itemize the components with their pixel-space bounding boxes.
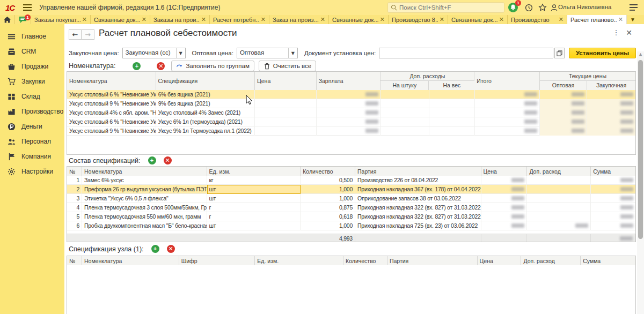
add-row-icon[interactable]: + xyxy=(133,62,141,70)
table-cell[interactable] xyxy=(317,117,381,126)
table-cell[interactable] xyxy=(587,126,635,136)
col-salary[interactable]: Зарплата xyxy=(317,72,381,90)
table-cell[interactable] xyxy=(381,108,429,117)
table-cell[interactable] xyxy=(429,90,475,99)
col-5[interactable]: Количество xyxy=(343,256,387,265)
table-cell[interactable] xyxy=(591,221,635,230)
tab-close-icon[interactable]: ✕ xyxy=(142,16,147,23)
table-cell[interactable] xyxy=(591,212,635,221)
tab-close-icon[interactable]: ✕ xyxy=(618,16,623,23)
add-row-icon[interactable]: + xyxy=(148,156,156,165)
table-cell[interactable]: Пробка двухкомпонентная масл "Б" бело-кр… xyxy=(82,221,207,230)
sidebar-item-продажи[interactable]: Продажи xyxy=(0,59,64,74)
col-7[interactable]: Доп. расход xyxy=(527,167,591,176)
table-cell[interactable]: Уксус столовый 6 % "Невинские Уксусы" ..… xyxy=(67,90,156,99)
tab-close-icon[interactable]: ✕ xyxy=(380,16,385,23)
spec-content-row[interactable]: 2Преформа 26 гр выдутая уксусная (бутылк… xyxy=(67,185,635,194)
table-cell[interactable] xyxy=(255,108,317,117)
price-doc-input[interactable] xyxy=(379,48,553,58)
user-icon[interactable] xyxy=(548,2,559,13)
table-cell[interactable] xyxy=(527,176,591,185)
spec-content-row[interactable]: 4Пленка термоусадочная 3 слоя 500мм/55мк… xyxy=(67,203,635,212)
sidebar-item-производство[interactable]: Производство xyxy=(0,104,64,119)
history-icon[interactable] xyxy=(523,2,534,13)
table-cell[interactable] xyxy=(475,126,540,136)
vertical-scrollbar[interactable]: ▲ xyxy=(637,51,644,314)
table-cell[interactable] xyxy=(317,108,381,117)
col-9[interactable]: Сумма xyxy=(581,256,635,265)
tab-8[interactable]: Связанные док...✕ xyxy=(448,15,508,24)
table-cell[interactable]: Оприходование запасов 38 от 03.06.2022 xyxy=(355,194,481,203)
delete-row-icon[interactable]: ✕ xyxy=(167,245,175,253)
add-row-icon[interactable]: + xyxy=(151,245,159,253)
col-4[interactable]: Ед. изм. xyxy=(255,256,343,265)
col-extra-costs-group[interactable]: Доп. расходы xyxy=(380,72,474,81)
col-4[interactable]: Количество xyxy=(301,167,355,176)
table-cell[interactable] xyxy=(481,176,528,185)
table-cell[interactable]: г xyxy=(207,212,301,221)
table-cell[interactable] xyxy=(591,203,635,212)
table-cell[interactable]: 0,875 xyxy=(301,203,355,212)
tab-10[interactable]: Расчет планово...✕ xyxy=(567,15,627,24)
sidebar-item-настройки[interactable]: Настройки xyxy=(0,164,64,179)
table-cell[interactable] xyxy=(475,108,540,117)
table-cell[interactable]: 4 xyxy=(67,203,82,212)
col-total[interactable]: Итого xyxy=(474,72,540,90)
table-cell[interactable] xyxy=(587,90,635,99)
sidebar-item-персонал[interactable]: Персонал xyxy=(0,134,64,149)
table-cell[interactable] xyxy=(527,194,591,203)
table-cell[interactable] xyxy=(481,212,528,221)
table-cell[interactable] xyxy=(429,126,475,136)
delete-row-icon[interactable]: ✕ xyxy=(157,62,165,70)
table-cell[interactable]: 6% без ящика (2021) xyxy=(156,90,255,99)
table-cell[interactable] xyxy=(540,90,587,99)
table-cell[interactable] xyxy=(381,90,429,99)
table-cell[interactable] xyxy=(255,90,317,99)
tab-close-icon[interactable]: ✕ xyxy=(320,16,325,23)
scroll-up-icon[interactable]: ▲ xyxy=(637,51,644,58)
nomenclature-row[interactable]: Уксус столовый 6 % "Невинские Уксусы" ..… xyxy=(67,90,635,99)
table-cell[interactable] xyxy=(527,221,591,230)
table-cell[interactable]: Уксус столовый 4% Замес (2021) xyxy=(156,108,255,117)
table-cell[interactable]: Пленка термоусадочная 550 мм/60 мкн, гра… xyxy=(82,212,207,221)
table-cell[interactable] xyxy=(540,117,587,126)
table-cell[interactable] xyxy=(587,99,635,108)
table-cell[interactable]: Пленка термоусадочная 3 слоя 500мм/55мкм… xyxy=(82,203,207,212)
table-cell[interactable]: Уксус 6% 1л (термоусадка) (2021) xyxy=(156,117,255,126)
service-menu-icon[interactable] xyxy=(628,2,639,13)
tab-2[interactable]: Связанные док...✕ xyxy=(91,15,150,24)
tab-1[interactable]: Заказы покупат...✕ xyxy=(31,15,91,24)
col-nomenclature[interactable]: Номенклатура xyxy=(67,72,156,90)
col-3[interactable]: Шифр xyxy=(179,256,255,265)
nomenclature-row[interactable]: Уксус столовый 4% с ябл. аром. "Невинск.… xyxy=(67,108,635,117)
tab-close-icon[interactable]: ✕ xyxy=(559,16,564,23)
table-cell[interactable]: 3 xyxy=(67,194,82,203)
table-cell[interactable] xyxy=(591,194,635,203)
table-cell[interactable] xyxy=(481,194,528,203)
tab-close-icon[interactable]: ✕ xyxy=(499,16,504,23)
fill-by-groups-button[interactable]: Заполнить по группам xyxy=(171,61,254,71)
col-specification[interactable]: Спецификация xyxy=(156,72,255,90)
col-6[interactable]: Цена xyxy=(481,167,528,176)
table-cell[interactable]: Производство 226 от 08.04.2022 xyxy=(355,176,481,185)
table-cell[interactable]: шт xyxy=(207,221,301,230)
table-cell[interactable]: Уксус 9% 1л Термоусадка пл.1 (2022) xyxy=(156,126,255,136)
col-5[interactable]: Партия xyxy=(355,167,481,176)
notifications-icon[interactable]: 1 xyxy=(508,2,518,13)
table-cell[interactable] xyxy=(527,212,591,221)
table-cell[interactable]: 0,618 xyxy=(301,212,355,221)
table-cell[interactable]: 0,500 xyxy=(301,176,355,185)
table-cell[interactable] xyxy=(475,90,540,99)
tabs-overflow-button[interactable]: ▼ xyxy=(627,15,639,24)
col-price[interactable]: Цена xyxy=(255,72,317,90)
table-cell[interactable] xyxy=(587,108,635,117)
current-user-name[interactable]: Ольга Николаевна xyxy=(558,4,611,10)
tab-close-icon[interactable]: ✕ xyxy=(201,16,206,23)
scrollbar-thumb[interactable] xyxy=(638,60,643,239)
delete-row-icon[interactable]: ✕ xyxy=(164,156,172,165)
more-menu-icon[interactable]: ⋮ xyxy=(612,28,620,36)
table-cell[interactable] xyxy=(317,90,381,99)
col-2[interactable]: Номенклатура xyxy=(82,167,207,176)
table-cell[interactable] xyxy=(540,126,587,136)
table-cell[interactable] xyxy=(475,117,540,126)
